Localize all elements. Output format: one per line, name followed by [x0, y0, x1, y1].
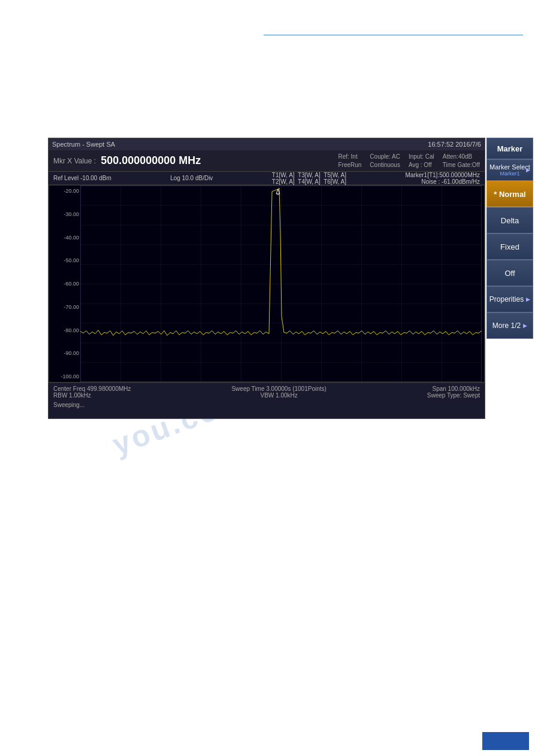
ref-level-info: Ref Level -10.00 dBm [53, 175, 111, 181]
param-atten: Atten:40dB Time Gate:Off [443, 153, 480, 169]
mkr-params: Ref: Int FreeRun Couple: AC Continuous I… [338, 153, 480, 169]
mkr-value-bar: Mkr X Value : 500.000000000 MHz Ref: Int… [49, 150, 485, 172]
sweep-status: Sweeping... [49, 400, 485, 411]
spectrum-chart: -20.00 -30.00 -40.00 -50.00 -60.00 -70.0… [49, 185, 485, 382]
datetime: 16:57:52 2016/7/6 [428, 141, 481, 148]
status-center: Sweep Time 3.00000s (1001Points) VBW 1.0… [231, 385, 326, 399]
marker-button[interactable]: Marker [486, 138, 533, 159]
spectrum-svg [80, 186, 482, 382]
y-axis-labels: -20.00 -30.00 -40.00 -50.00 -60.00 -70.0… [49, 186, 80, 382]
instrument-panel: Spectrum - Swept SA 16:57:52 2016/7/6 Mk… [48, 138, 485, 419]
panel-title: Spectrum - Swept SA [52, 141, 115, 148]
marker-info: Marker1[T1]:500.00000MHz Noise : -61.00d… [405, 172, 480, 185]
mkr-label: Mkr X Value : [53, 157, 96, 165]
mkr-value: 500.000000000 MHz [101, 154, 338, 167]
right-panel: Marker Marker Select Marker1 * Normal De… [486, 138, 533, 339]
param-ref: Ref: Int FreeRun [338, 153, 361, 169]
top-decorative-line [264, 35, 523, 35]
bottom-blue-box [482, 732, 529, 750]
info-bar: Ref Level -10.00 dBm Log 10.0 dB/Div T1[… [49, 172, 485, 185]
marker-select-button[interactable]: Marker Select Marker1 [486, 159, 533, 181]
param-couple: Couple: AC Continuous [370, 153, 400, 169]
status-right: Span 100.000kHz Sweep Type: Swept [427, 385, 480, 399]
properties-button[interactable]: Properities [486, 286, 533, 312]
status-left: Center Freq 499.980000MHz RBW 1.00kHz [53, 385, 131, 399]
fixed-button[interactable]: Fixed [486, 233, 533, 260]
delta-button[interactable]: Delta [486, 207, 533, 233]
normal-button[interactable]: * Normal [486, 181, 533, 207]
param-input: Input: Cal Avg : Off [409, 153, 434, 169]
log-scale-info: Log 10.0 dB/Div [170, 175, 213, 181]
status-bar: Center Freq 499.980000MHz RBW 1.00kHz Sw… [49, 382, 485, 400]
trace-labels: T1[W, A] T3[W, A] T5[W, A] T2[W, A] T4[W… [272, 172, 346, 185]
more-button[interactable]: More 1/2 [486, 312, 533, 339]
title-bar: Spectrum - Swept SA 16:57:52 2016/7/6 [49, 138, 485, 150]
off-button[interactable]: Off [486, 260, 533, 286]
